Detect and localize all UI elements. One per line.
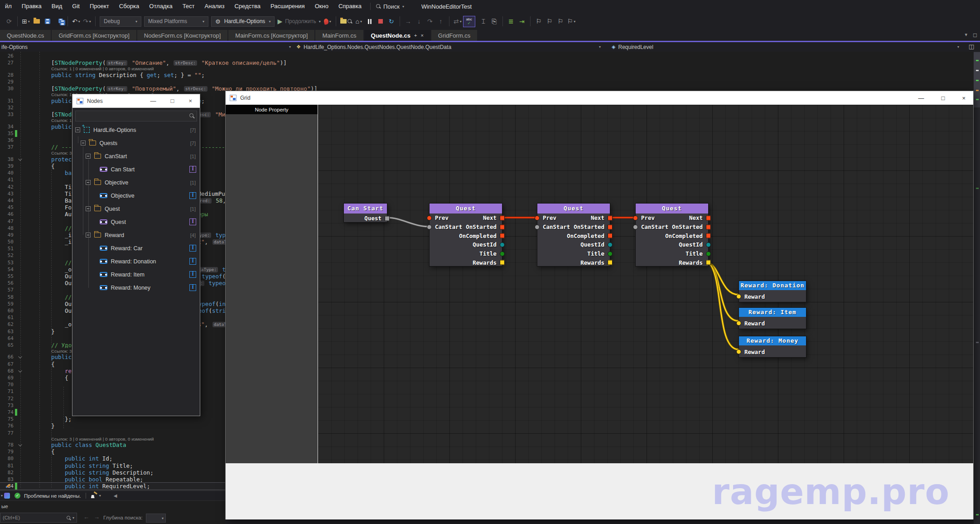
code-line-28[interactable]: 28public string Description { get; set; … [0,72,974,78]
fold-chevron-icon[interactable] [18,442,22,446]
input-port[interactable] [427,215,432,220]
code-line-27[interactable]: 27[STNodeProperty(strKey: "Описание", st… [0,59,974,66]
step-out-icon[interactable]: ↑ [435,15,446,27]
collapse-panel-icon[interactable]: ◀ [114,493,117,498]
problems-label[interactable]: Проблемы не найдены. [24,493,81,499]
restart-button[interactable]: ↻ [386,15,397,27]
input-port[interactable] [535,224,540,229]
next-bookmark-button[interactable]: ⚐ [555,15,566,27]
tree-item-Quest[interactable]: Quest[1] [72,202,200,215]
tab-MainForm.cs[interactable]: MainForm.cs [315,30,363,41]
close-icon[interactable]: × [188,97,192,104]
tab-MainForm.cs [Конструктор][interactable]: MainForm.cs [Конструктор] [228,30,314,41]
undo-button[interactable]: ↶▾ [71,15,82,27]
tree-item-Reward[interactable]: Reward[4] [72,228,200,242]
fold-chevron-icon[interactable] [18,355,22,359]
step-into-icon[interactable]: ↓ [414,15,425,27]
menu-item-Отладка[interactable]: Отладка [144,0,177,13]
output-port[interactable] [608,251,613,256]
panel-search-input[interactable]: (Ctrl+E) ▾ [0,513,77,523]
show-next-statement-icon[interactable]: → [403,15,414,27]
maximize-icon[interactable]: □ [941,95,945,102]
save-all-button[interactable] [53,15,65,27]
redo-button[interactable]: ↷▾ [82,15,92,27]
split-editor-button[interactable]: ◫ [966,43,977,51]
nodes-search-input[interactable] [75,111,197,121]
clear-bookmarks-button[interactable]: ⚐▾ [566,15,577,27]
output-port[interactable] [608,224,613,229]
editor-scrollbar[interactable] [974,52,980,524]
search-depth-combo[interactable]: ▾ [146,514,166,523]
tab-GridForm.cs [Конструктор][interactable]: GridForm.cs [Конструктор] [52,30,136,41]
platform-combo[interactable]: Mixed Platforms▾ [144,16,208,27]
output-port[interactable] [706,251,711,256]
graph-node-quest-2[interactable]: QuestPrevNextCanStartOnStartedOnComplete… [537,203,610,267]
breadcrumb-member-dropdown[interactable]: ◈ RequiredLevel ▾ [612,44,980,50]
output-port[interactable] [608,215,613,220]
float-all-icon[interactable]: ◻ [973,32,977,38]
input-port[interactable] [736,321,741,326]
rename-button[interactable]: ⌶ [478,15,489,27]
startup-project-combo[interactable]: ⚙ HardLife-Options▾ [211,16,275,27]
nodes-window[interactable]: Nodes — □ × HardLife-Options[7]Quests[7]… [72,94,200,416]
solution-explorer-button[interactable]: ⌂▾ [353,15,364,27]
grid-window-titlebar[interactable]: Grid — □ × [226,91,973,105]
output-port[interactable] [500,233,505,238]
codelens-row[interactable]: Ссылок: 1 | 0 изменений | 0 авторов, 0 и… [0,66,974,71]
tab-GridForm.cs[interactable]: GridForm.cs [431,30,478,41]
chevron-down-icon[interactable]: ▾ [99,494,101,498]
tree-item-HardLife-Options[interactable]: HardLife-Options[7] [72,123,200,136]
tree-item-CanStart[interactable]: CanStart[1] [72,150,200,163]
graph-node-reward-donation[interactable]: Reward: DonationReward [739,281,806,302]
find-in-files-button[interactable] [339,15,353,27]
open-file-button[interactable] [31,15,42,27]
menu-item-Правка[interactable]: Правка [17,0,47,13]
menu-item-Проект[interactable]: Проект [85,0,114,13]
expander-icon[interactable] [86,154,91,159]
tree-item-Reward: Money[interactable]: Reward: MoneyĪ [72,281,200,294]
chevron-down-icon[interactable]: ▾ [1,494,3,498]
breadcrumb-type-dropdown[interactable]: ❖ HardLife_Options.Nodes.QuestNodes.Ques… [294,44,612,50]
menu-item-Анализ[interactable]: Анализ [200,0,230,13]
output-port[interactable] [706,260,711,265]
spell-check-toggle[interactable]: abc✓ [463,16,475,27]
maximize-icon[interactable]: □ [171,97,174,104]
output-port[interactable] [385,216,390,221]
menu-item-Вид[interactable]: Вид [47,0,68,13]
close-icon[interactable]: × [420,33,423,38]
code-cleanup-icon[interactable] [91,493,97,499]
tab-QuestNode.cs[interactable]: QuestNode.cs [0,30,51,41]
output-port[interactable] [608,260,613,265]
menu-item-Окно[interactable]: Окно [310,0,333,13]
tree-item-Reward: Donation[interactable]: Reward: DonationĪ [72,255,200,268]
input-port[interactable] [736,349,741,354]
output-port[interactable] [500,215,505,220]
minimize-icon[interactable]: — [150,97,156,104]
input-port[interactable] [535,215,540,220]
grid-window[interactable]: Grid — □ × Node Property Can StartQuestQ… [225,91,974,519]
menu-item-Тест[interactable]: Тест [178,0,200,13]
tab-list-icon[interactable]: ▾ [965,32,968,38]
fold-chevron-icon[interactable] [18,369,22,372]
save-button[interactable] [42,15,53,27]
output-port[interactable] [500,251,505,256]
menu-item-Справка[interactable]: Справка [333,0,367,13]
format-document-button[interactable]: ≣ [506,15,517,27]
tree-item-Quests[interactable]: Quests[7] [72,136,200,150]
menu-item-Сборка[interactable]: Сборка [114,0,145,13]
configuration-combo[interactable]: Debug▾ [100,16,141,27]
hot-reload-button[interactable]: ▾ [322,15,333,27]
tree-item-Can Start[interactable]: Can StartĪ [72,163,200,176]
graph-node-quest-1[interactable]: QuestPrevNextCanStartOnStartedOnComplete… [429,203,502,267]
toggle-bookmark-button[interactable]: ⚐ [533,15,544,27]
output-port[interactable] [608,233,613,238]
stop-button[interactable] [375,15,386,27]
tree-item-Reward: Car[interactable]: Reward: CarĪ [72,242,200,255]
graph-node-quest-3[interactable]: QuestPrevNextCanStartOnStartedOnComplete… [635,203,709,267]
output-port[interactable] [706,215,711,220]
tree-item-Objective[interactable]: Objective[1] [72,176,200,189]
output-port[interactable] [500,224,505,229]
next-result-icon[interactable]: → [94,514,100,520]
output-port[interactable] [608,242,613,247]
node-graph-canvas[interactable]: Can StartQuestQuestPrevNextCanStartOnSta… [318,105,973,463]
